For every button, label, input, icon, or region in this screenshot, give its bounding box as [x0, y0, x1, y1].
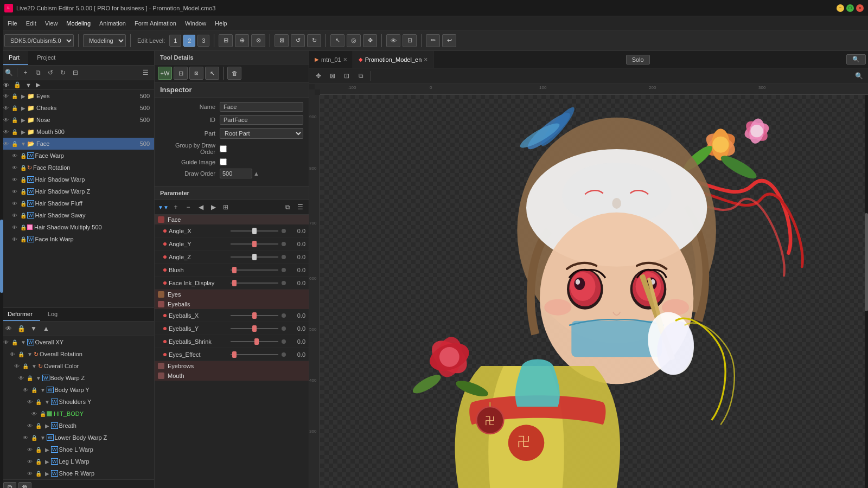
tree-item-eyes[interactable]: 👁 🔒 ▶ 📁 Eyes 500	[0, 90, 154, 102]
edit-level-3[interactable]: 3	[197, 35, 209, 47]
deformer-collapse-btn[interactable]: ▲	[41, 323, 52, 334]
part-undo-btn[interactable]: ↺	[45, 67, 56, 78]
eye-icon-body-warp-y[interactable]: 👁	[22, 386, 29, 394]
lock-icon-face[interactable]: 🔒	[11, 140, 18, 147]
eye-icon-breath[interactable]: 👁	[26, 422, 34, 429]
deformer-eye-btn[interactable]: 👁	[3, 323, 14, 334]
menu-file[interactable]: File	[3, 18, 22, 28]
param-slider-angle-x[interactable]	[231, 227, 278, 235]
tree-item-hair-shadow-multiply[interactable]: 👁 🔒 Hair Shadow Multiply 500	[0, 221, 154, 233]
eye-icon-overall-xy[interactable]: 👁	[2, 338, 10, 346]
solo-button[interactable]: Solo	[626, 55, 650, 65]
menu-view[interactable]: View	[41, 18, 62, 28]
deformer-item-body-warp-y[interactable]: 👁 🔒 ▼ W Body Warp Y	[0, 384, 154, 396]
lock-icon-leg-l-warp[interactable]: 🔒	[35, 458, 42, 465]
eye-icon-overall-rotation[interactable]: 👁	[9, 350, 16, 358]
lock-icon-hair-shadow-warp-z[interactable]: 🔒	[20, 188, 27, 195]
eye-icon-lower-body-warp-z[interactable]: 👁	[22, 434, 29, 441]
grid-btn[interactable]: ⊞	[219, 34, 233, 47]
insp-id-input[interactable]	[220, 115, 303, 125]
lock-icon-body-warp-z[interactable]: 🔒	[26, 374, 34, 382]
pen-btn[interactable]: ✏	[426, 34, 440, 47]
param-slider-face-ink[interactable]	[231, 279, 278, 287]
viewport-search-btn[interactable]: 🔍	[846, 54, 866, 65]
param-group-eyeballs[interactable]: Eyeballs	[155, 299, 309, 309]
eye-icon-nose[interactable]: 👁	[2, 116, 10, 124]
tree-item-face-ink-warp[interactable]: 👁 🔒 W Face Ink Warp	[0, 233, 154, 245]
param-group-eyes[interactable]: Eyes	[155, 290, 309, 299]
deformer-lock-btn[interactable]: 🔒	[16, 323, 27, 334]
param-next-key[interactable]: ▶	[208, 202, 219, 213]
param-del-key[interactable]: −	[183, 202, 194, 213]
param-slider-blush[interactable]	[231, 266, 278, 274]
deformer-item-shoulders-y[interactable]: 👁 🔒 ▼ W Shoulders Y	[0, 396, 154, 408]
lock-icon-lower-body-warp-z[interactable]: 🔒	[30, 434, 38, 441]
lock-icon-hair-shadow-fluff[interactable]: 🔒	[20, 200, 27, 207]
tree-item-face-warp[interactable]: 👁 🔒 W Face Warp	[0, 150, 154, 162]
part-redo-btn[interactable]: ↻	[58, 67, 68, 78]
part-add-btn[interactable]: +	[20, 67, 31, 78]
menu-edit[interactable]: Edit	[22, 18, 41, 28]
part-search-btn[interactable]: 🔍	[3, 67, 14, 78]
sdk-version-select[interactable]: SDK5.0/Cubism5.0	[4, 34, 74, 47]
tree-item-hair-shadow-sway[interactable]: 👁 🔒 W Hair Shadow Sway	[0, 209, 154, 221]
insp-name-input[interactable]	[220, 102, 303, 112]
vp-tab-mtn[interactable]: ▶ mtn_01 ×	[309, 51, 353, 68]
insp-guide-checkbox[interactable]	[220, 158, 227, 165]
orbit-btn[interactable]: ◎	[347, 34, 361, 47]
param-slider-eyeballs-y[interactable]	[231, 324, 278, 333]
tool-create-warp[interactable]: +W	[158, 67, 172, 80]
ui-btn[interactable]: ⊡	[403, 34, 417, 47]
tab-deformer[interactable]: Deformer	[0, 308, 40, 321]
lock-icon-hit-body[interactable]: 🔒	[39, 410, 47, 418]
eye-icon-face-warp[interactable]: 👁	[11, 152, 18, 159]
deformer-expand-btn[interactable]: ▼	[28, 323, 39, 334]
view-btn[interactable]: 👁	[386, 34, 400, 47]
param-expand-all[interactable]: ▼▼	[158, 202, 169, 213]
expand-icon-leg-l-warp[interactable]: ▶	[43, 458, 51, 465]
param-menu[interactable]: ☰	[295, 202, 305, 213]
eye-icon-shoe-l-warp[interactable]: 👁	[26, 446, 34, 453]
lock-icon-cheeks[interactable]: 🔒	[11, 104, 18, 112]
deformer-add-btn[interactable]: ⧉	[3, 482, 16, 488]
expand-icon-body-warp-z[interactable]: ▼	[35, 374, 42, 382]
part-copy-btn[interactable]: ⧉	[33, 67, 43, 78]
param-add-key[interactable]: +	[170, 202, 181, 213]
part-menu-btn[interactable]: ☰	[140, 67, 151, 78]
deformer-item-breath[interactable]: 👁 🔒 ▶ W Breath	[0, 420, 154, 432]
lock-icon-body-warp-y[interactable]: 🔒	[30, 386, 38, 394]
mesh-btn[interactable]: ⊠	[275, 34, 289, 47]
menu-help[interactable]: Help	[210, 18, 232, 28]
eye-icon-hair-shadow-warp-z[interactable]: 👁	[11, 188, 18, 195]
select-btn[interactable]: ↖	[330, 34, 344, 47]
vt-mesh-btn[interactable]: ⊡	[341, 70, 353, 82]
lock-icon-hair-shadow-sway[interactable]: 🔒	[20, 211, 27, 219]
eye-icon-leg-l-warp[interactable]: 👁	[26, 458, 34, 465]
close-button[interactable]: ×	[856, 4, 864, 12]
tool-arrow[interactable]: ↖	[205, 67, 219, 80]
eye-icon-mouth[interactable]: 👁	[2, 128, 10, 136]
lock-icon-mouth[interactable]: 🔒	[11, 128, 18, 136]
redo-btn[interactable]: ↻	[307, 34, 321, 47]
lock-icon-face-warp[interactable]: 🔒	[20, 152, 27, 159]
tab-part[interactable]: Part	[0, 51, 28, 65]
tab-log[interactable]: Log	[40, 308, 65, 321]
eye-icon-face-ink-warp[interactable]: 👁	[11, 235, 18, 243]
deformer-item-hit-body[interactable]: 👁 🔒 HIT_BODY	[0, 408, 154, 420]
eye-icon-hair-shadow-fluff[interactable]: 👁	[11, 200, 18, 207]
undo-btn[interactable]: ↺	[291, 34, 305, 47]
tree-item-hair-shadow-warp[interactable]: 👁 🔒 W Hair Shadow Warp	[0, 174, 154, 185]
vt-move-btn[interactable]: ✥	[312, 70, 324, 82]
viewport-vscroll[interactable]	[865, 95, 868, 488]
menu-animation[interactable]: Animation	[95, 18, 130, 28]
snap-btn[interactable]: ⊗	[251, 34, 265, 47]
param-slider-eyeballs-x[interactable]	[231, 311, 278, 320]
edit-level-1[interactable]: 1	[169, 35, 181, 47]
deformer-item-leg-l-warp[interactable]: 👁 🔒 ▶ W Leg L Warp	[0, 455, 154, 467]
minimize-button[interactable]: −	[837, 4, 844, 12]
param-group-face[interactable]: Face	[155, 215, 309, 224]
vt-deform-btn[interactable]: ⧉	[355, 70, 367, 82]
param-prev-key[interactable]: ◀	[195, 202, 206, 213]
deformer-item-lower-body-warp-z[interactable]: 👁 🔒 ▼ W Lower Body Warp Z	[0, 432, 154, 444]
lock-icon-face-ink-warp[interactable]: 🔒	[20, 235, 27, 243]
